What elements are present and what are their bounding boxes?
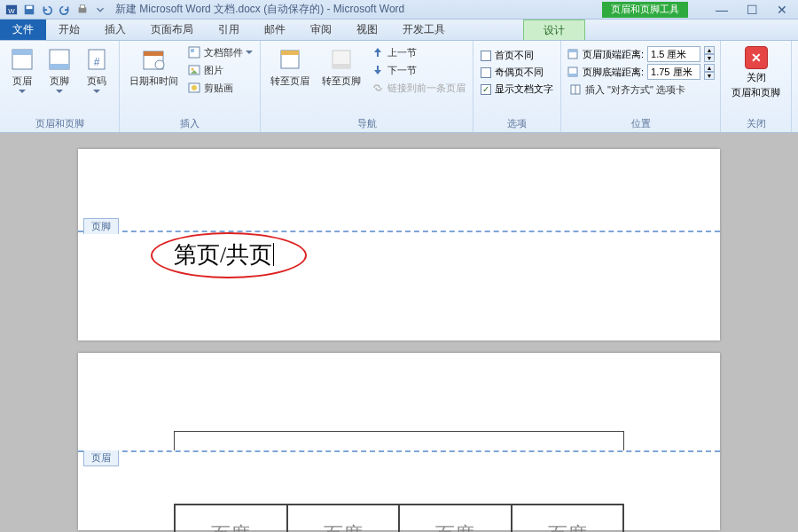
spin-down-icon[interactable]: ▼: [704, 54, 715, 62]
tab-insert[interactable]: 插入: [92, 20, 138, 40]
quick-parts-button[interactable]: 文档部件: [185, 44, 254, 60]
checkbox-icon: [481, 51, 491, 61]
group-label-hf: 页眉和页脚: [5, 115, 113, 130]
svg-rect-24: [332, 64, 350, 68]
group-label-close: 关闭: [726, 115, 786, 130]
header-distance-input[interactable]: 1.5 厘米: [647, 46, 700, 62]
footer-button[interactable]: 页脚: [43, 44, 76, 95]
goto-header-button[interactable]: 转至页眉: [266, 44, 314, 90]
table-cell[interactable]: 百度: [175, 505, 287, 532]
ribbon-tabs: 文件 开始 插入 页面布局 引用 邮件 审阅 视图 开发工具 设计: [0, 20, 798, 41]
picture-icon: [187, 63, 201, 77]
svg-rect-3: [27, 5, 33, 9]
svg-text:#: #: [94, 56, 100, 68]
context-tool-label: 页眉和页脚工具: [602, 2, 688, 18]
tab-mailings[interactable]: 邮件: [252, 20, 298, 40]
tab-design[interactable]: 设计: [523, 20, 585, 40]
footer-distance-input[interactable]: 1.75 厘米: [647, 64, 700, 80]
next-section-button[interactable]: 下一节: [369, 62, 467, 78]
calendar-icon: [140, 46, 167, 73]
link-icon: [371, 81, 385, 95]
footer-tag: 页脚: [83, 218, 119, 234]
header-button[interactable]: 页眉: [5, 44, 39, 95]
document-table[interactable]: 百度 百度 百度 百度: [174, 504, 624, 532]
group-options: 首页不同 奇偶页不同 ✓显示文档文字 选项: [473, 41, 561, 132]
undo-icon[interactable]: [39, 2, 55, 18]
spin-up-icon[interactable]: ▲: [704, 46, 715, 54]
header-table-top: [174, 431, 624, 450]
group-label-nav: 导航: [266, 115, 467, 130]
show-doc-text-checkbox[interactable]: ✓显示文档文字: [479, 82, 555, 97]
svg-point-20: [192, 85, 197, 90]
maximize-button[interactable]: ☐: [745, 3, 759, 17]
clipart-icon: [187, 81, 201, 95]
ribbon: 页眉 页脚 # 页码 页眉和页脚 日期和时间 文档部件 图片: [0, 41, 798, 133]
link-previous-button: 链接到前一条页眉: [369, 80, 467, 96]
group-navigation: 转至页眉 转至页脚 上一节 下一节 链接到前一条页眉 导航: [261, 41, 473, 132]
save-icon[interactable]: [21, 2, 37, 18]
svg-text:W: W: [8, 6, 15, 14]
window-controls: — ☐ ✕: [715, 3, 789, 17]
tab-home[interactable]: 开始: [46, 20, 92, 40]
tab-developer[interactable]: 开发工具: [390, 20, 458, 40]
group-insert: 日期和时间 文档部件 图片 剪贴画 插入: [120, 41, 261, 132]
goto-header-icon: [277, 46, 303, 73]
header-dist-icon: [567, 48, 579, 60]
page-2[interactable]: 页眉 百度 百度 百度 百度: [78, 353, 720, 530]
svg-rect-16: [191, 49, 194, 52]
page-1[interactable]: 页脚 第页/共页: [78, 149, 720, 340]
svg-rect-28: [568, 74, 577, 76]
insert-align-tab-button[interactable]: 插入 "对齐方式" 选项卡: [567, 82, 715, 98]
table-cell[interactable]: 百度: [512, 505, 624, 532]
minimize-button[interactable]: —: [715, 3, 729, 17]
page-number-icon: #: [83, 46, 110, 73]
clipart-button[interactable]: 剪贴画: [185, 80, 254, 96]
header-boundary-line: [78, 450, 720, 452]
svg-point-18: [192, 68, 194, 71]
first-page-diff-checkbox[interactable]: 首页不同: [479, 48, 555, 63]
tab-file[interactable]: 文件: [0, 20, 46, 40]
date-time-button[interactable]: 日期和时间: [125, 44, 182, 90]
prev-section-button[interactable]: 上一节: [369, 44, 467, 60]
close-header-footer-button[interactable]: ✕ 关闭 页眉和页脚: [726, 44, 786, 101]
odd-even-diff-checkbox[interactable]: 奇偶页不同: [479, 65, 555, 80]
up-arrow-icon: [371, 45, 385, 59]
document-workspace[interactable]: 页脚 第页/共页 页眉 百度 百度 百度 百度: [0, 133, 798, 532]
picture-button[interactable]: 图片: [185, 62, 254, 78]
svg-rect-9: [50, 64, 69, 69]
align-tab-icon: [568, 82, 583, 97]
svg-rect-7: [12, 50, 32, 55]
close-icon: ✕: [745, 46, 768, 69]
window-title: 新建 Microsoft Word 文档.docx (自动保存的) - Micr…: [115, 2, 404, 17]
spin-up-icon[interactable]: ▲: [704, 64, 715, 72]
tab-review[interactable]: 审阅: [298, 20, 344, 40]
tab-page-layout[interactable]: 页面布局: [138, 20, 206, 40]
annotation-ellipse: [151, 232, 307, 278]
qat-dropdown-icon[interactable]: [92, 2, 108, 18]
footer-dist-icon: [567, 66, 579, 78]
group-label-options: 选项: [479, 115, 555, 130]
close-window-button[interactable]: ✕: [775, 3, 789, 17]
header-tag: 页眉: [83, 450, 119, 466]
tab-view[interactable]: 视图: [344, 20, 390, 40]
svg-rect-5: [80, 4, 84, 8]
spin-down-icon[interactable]: ▼: [704, 72, 715, 80]
redo-icon[interactable]: [57, 2, 73, 18]
footer-boundary-line: [78, 231, 720, 232]
header-distance-row: 页眉顶端距离: 1.5 厘米 ▲▼: [567, 46, 715, 62]
quick-parts-icon: [187, 45, 201, 59]
quick-access-toolbar: W: [4, 2, 108, 18]
group-label-insert: 插入: [125, 115, 254, 130]
svg-rect-26: [568, 50, 577, 52]
footer-icon: [46, 46, 73, 73]
title-bar: W 新建 Microsoft Word 文档.docx (自动保存的) - Mi…: [0, 0, 798, 20]
goto-footer-icon: [328, 46, 355, 73]
word-app-icon[interactable]: W: [4, 2, 20, 18]
table-cell[interactable]: 百度: [287, 505, 400, 532]
tab-references[interactable]: 引用: [206, 20, 252, 40]
print-preview-icon[interactable]: [74, 2, 90, 18]
header-icon: [9, 46, 35, 73]
goto-footer-button: 转至页脚: [317, 44, 365, 90]
page-number-button[interactable]: # 页码: [80, 44, 113, 95]
table-cell[interactable]: 百度: [399, 505, 512, 532]
